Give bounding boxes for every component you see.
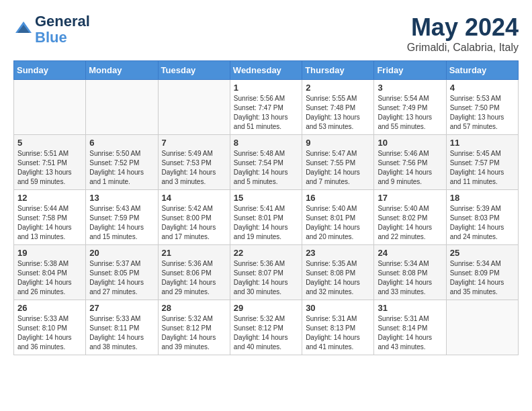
day-number: 19 bbox=[17, 248, 82, 258]
logo-icon bbox=[13, 19, 34, 40]
calendar-cell: 30Sunrise: 5:31 AMSunset: 8:13 PMDayligh… bbox=[302, 300, 374, 355]
day-info: Sunrise: 5:50 AMSunset: 7:52 PMDaylight:… bbox=[89, 149, 154, 187]
calendar-cell bbox=[14, 80, 86, 135]
weekday-header: Wednesday bbox=[230, 61, 302, 80]
day-info: Sunrise: 5:44 AMSunset: 7:58 PMDaylight:… bbox=[17, 204, 82, 242]
calendar-cell: 27Sunrise: 5:33 AMSunset: 8:11 PMDayligh… bbox=[86, 300, 158, 355]
calendar-cell: 28Sunrise: 5:32 AMSunset: 8:12 PMDayligh… bbox=[158, 300, 230, 355]
calendar-cell: 18Sunrise: 5:39 AMSunset: 8:03 PMDayligh… bbox=[446, 190, 518, 245]
day-number: 18 bbox=[450, 193, 515, 203]
day-info: Sunrise: 5:54 AMSunset: 7:49 PMDaylight:… bbox=[378, 94, 442, 132]
calendar-cell: 14Sunrise: 5:42 AMSunset: 8:00 PMDayligh… bbox=[158, 190, 230, 245]
day-number: 31 bbox=[378, 303, 442, 313]
calendar-cell: 17Sunrise: 5:40 AMSunset: 8:02 PMDayligh… bbox=[374, 190, 446, 245]
location-subtitle: Grimaldi, Calabria, Italy bbox=[407, 42, 519, 54]
day-number: 28 bbox=[162, 303, 226, 313]
calendar-cell: 7Sunrise: 5:49 AMSunset: 7:53 PMDaylight… bbox=[158, 135, 230, 190]
calendar-cell: 20Sunrise: 5:37 AMSunset: 8:05 PMDayligh… bbox=[86, 245, 158, 300]
day-info: Sunrise: 5:49 AMSunset: 7:53 PMDaylight:… bbox=[162, 149, 226, 187]
day-number: 4 bbox=[450, 83, 515, 93]
day-number: 15 bbox=[234, 193, 298, 203]
calendar-table: SundayMondayTuesdayWednesdayThursdayFrid… bbox=[13, 60, 519, 355]
day-info: Sunrise: 5:36 AMSunset: 8:06 PMDaylight:… bbox=[162, 259, 226, 297]
day-info: Sunrise: 5:55 AMSunset: 7:48 PMDaylight:… bbox=[306, 94, 370, 132]
day-info: Sunrise: 5:32 AMSunset: 8:12 PMDaylight:… bbox=[162, 314, 226, 352]
calendar-week-row: 26Sunrise: 5:33 AMSunset: 8:10 PMDayligh… bbox=[14, 300, 519, 355]
logo-line2: Blue bbox=[35, 30, 90, 46]
calendar-cell: 2Sunrise: 5:55 AMSunset: 7:48 PMDaylight… bbox=[302, 80, 374, 135]
day-info: Sunrise: 5:42 AMSunset: 8:00 PMDaylight:… bbox=[162, 204, 226, 242]
day-info: Sunrise: 5:36 AMSunset: 8:07 PMDaylight:… bbox=[234, 259, 298, 297]
logo-line1: General bbox=[35, 13, 90, 30]
day-number: 25 bbox=[450, 248, 515, 258]
calendar-cell: 9Sunrise: 5:47 AMSunset: 7:55 PMDaylight… bbox=[302, 135, 374, 190]
day-number: 10 bbox=[378, 138, 442, 148]
day-number: 3 bbox=[378, 83, 442, 93]
day-info: Sunrise: 5:40 AMSunset: 8:01 PMDaylight:… bbox=[306, 204, 370, 242]
weekday-header-row: SundayMondayTuesdayWednesdayThursdayFrid… bbox=[14, 61, 519, 80]
day-info: Sunrise: 5:32 AMSunset: 8:12 PMDaylight:… bbox=[234, 314, 298, 352]
month-title: May 2024 bbox=[407, 13, 519, 42]
day-number: 20 bbox=[89, 248, 154, 258]
weekday-header: Saturday bbox=[446, 61, 518, 80]
day-number: 26 bbox=[17, 303, 82, 313]
calendar-cell bbox=[158, 80, 230, 135]
calendar-cell: 8Sunrise: 5:48 AMSunset: 7:54 PMDaylight… bbox=[230, 135, 302, 190]
day-info: Sunrise: 5:39 AMSunset: 8:03 PMDaylight:… bbox=[450, 204, 515, 242]
day-info: Sunrise: 5:37 AMSunset: 8:05 PMDaylight:… bbox=[89, 259, 154, 297]
day-info: Sunrise: 5:56 AMSunset: 7:47 PMDaylight:… bbox=[234, 94, 298, 132]
calendar-cell: 15Sunrise: 5:41 AMSunset: 8:01 PMDayligh… bbox=[230, 190, 302, 245]
calendar-week-row: 19Sunrise: 5:38 AMSunset: 8:04 PMDayligh… bbox=[14, 245, 519, 300]
day-info: Sunrise: 5:34 AMSunset: 8:09 PMDaylight:… bbox=[450, 259, 515, 297]
calendar-cell: 6Sunrise: 5:50 AMSunset: 7:52 PMDaylight… bbox=[86, 135, 158, 190]
calendar-cell bbox=[86, 80, 158, 135]
calendar-cell: 5Sunrise: 5:51 AMSunset: 7:51 PMDaylight… bbox=[14, 135, 86, 190]
day-info: Sunrise: 5:45 AMSunset: 7:57 PMDaylight:… bbox=[450, 149, 515, 187]
calendar-cell: 23Sunrise: 5:35 AMSunset: 8:08 PMDayligh… bbox=[302, 245, 374, 300]
day-number: 12 bbox=[17, 193, 82, 203]
day-number: 5 bbox=[17, 138, 82, 148]
day-number: 23 bbox=[306, 248, 370, 258]
calendar-cell bbox=[446, 300, 518, 355]
day-number: 30 bbox=[306, 303, 370, 313]
day-number: 22 bbox=[234, 248, 298, 258]
day-number: 29 bbox=[234, 303, 298, 313]
calendar-cell: 25Sunrise: 5:34 AMSunset: 8:09 PMDayligh… bbox=[446, 245, 518, 300]
calendar-cell: 10Sunrise: 5:46 AMSunset: 7:56 PMDayligh… bbox=[374, 135, 446, 190]
day-number: 1 bbox=[234, 83, 298, 93]
weekday-header: Monday bbox=[86, 61, 158, 80]
page-header: General Blue May 2024 Grimaldi, Calabria… bbox=[13, 13, 519, 54]
calendar-cell: 26Sunrise: 5:33 AMSunset: 8:10 PMDayligh… bbox=[14, 300, 86, 355]
day-number: 11 bbox=[450, 138, 515, 148]
calendar-cell: 13Sunrise: 5:43 AMSunset: 7:59 PMDayligh… bbox=[86, 190, 158, 245]
day-info: Sunrise: 5:43 AMSunset: 7:59 PMDaylight:… bbox=[89, 204, 154, 242]
day-number: 9 bbox=[306, 138, 370, 148]
day-info: Sunrise: 5:46 AMSunset: 7:56 PMDaylight:… bbox=[378, 149, 442, 187]
day-info: Sunrise: 5:40 AMSunset: 8:02 PMDaylight:… bbox=[378, 204, 442, 242]
calendar-cell: 24Sunrise: 5:34 AMSunset: 8:08 PMDayligh… bbox=[374, 245, 446, 300]
calendar-week-row: 5Sunrise: 5:51 AMSunset: 7:51 PMDaylight… bbox=[14, 135, 519, 190]
calendar-cell: 31Sunrise: 5:31 AMSunset: 8:14 PMDayligh… bbox=[374, 300, 446, 355]
calendar-cell: 19Sunrise: 5:38 AMSunset: 8:04 PMDayligh… bbox=[14, 245, 86, 300]
day-info: Sunrise: 5:41 AMSunset: 8:01 PMDaylight:… bbox=[234, 204, 298, 242]
calendar-cell: 3Sunrise: 5:54 AMSunset: 7:49 PMDaylight… bbox=[374, 80, 446, 135]
day-info: Sunrise: 5:31 AMSunset: 8:13 PMDaylight:… bbox=[306, 314, 370, 352]
day-info: Sunrise: 5:31 AMSunset: 8:14 PMDaylight:… bbox=[378, 314, 442, 352]
day-info: Sunrise: 5:33 AMSunset: 8:11 PMDaylight:… bbox=[89, 314, 154, 352]
day-number: 7 bbox=[162, 138, 226, 148]
calendar-cell: 16Sunrise: 5:40 AMSunset: 8:01 PMDayligh… bbox=[302, 190, 374, 245]
day-number: 14 bbox=[162, 193, 226, 203]
calendar-cell: 21Sunrise: 5:36 AMSunset: 8:06 PMDayligh… bbox=[158, 245, 230, 300]
day-number: 8 bbox=[234, 138, 298, 148]
weekday-header: Friday bbox=[374, 61, 446, 80]
weekday-header: Sunday bbox=[14, 61, 86, 80]
calendar-cell: 1Sunrise: 5:56 AMSunset: 7:47 PMDaylight… bbox=[230, 80, 302, 135]
day-info: Sunrise: 5:51 AMSunset: 7:51 PMDaylight:… bbox=[17, 149, 82, 187]
day-number: 16 bbox=[306, 193, 370, 203]
day-number: 6 bbox=[89, 138, 154, 148]
calendar-cell: 22Sunrise: 5:36 AMSunset: 8:07 PMDayligh… bbox=[230, 245, 302, 300]
day-number: 17 bbox=[378, 193, 442, 203]
calendar-cell: 12Sunrise: 5:44 AMSunset: 7:58 PMDayligh… bbox=[14, 190, 86, 245]
day-number: 27 bbox=[89, 303, 154, 313]
weekday-header: Tuesday bbox=[158, 61, 230, 80]
